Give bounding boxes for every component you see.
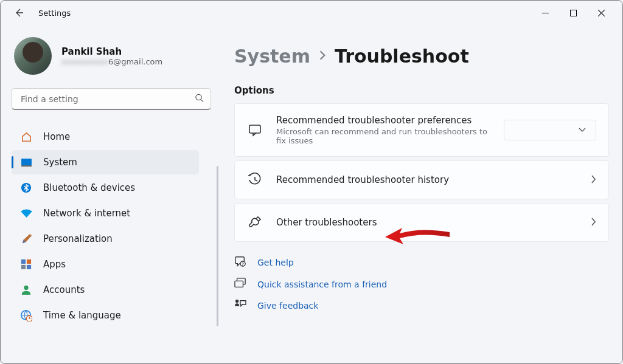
sidebar-item-label: Accounts — [43, 284, 85, 295]
main-content: System Troubleshoot Options Recommended … — [221, 25, 622, 363]
chevron-down-icon — [579, 128, 586, 132]
person-icon — [20, 284, 32, 296]
close-icon — [598, 10, 605, 16]
nav: Home System Bluetooth & devices Network … — [12, 125, 211, 328]
preferences-dropdown[interactable] — [504, 120, 596, 140]
sidebar-item-system[interactable]: System — [12, 150, 199, 174]
bluetooth-icon — [20, 182, 32, 194]
sidebar-scrollbar[interactable] — [217, 166, 218, 326]
profile-email: xxxxxxxxxx6@gmail.com — [61, 57, 162, 66]
sidebar-item-label: Home — [43, 131, 70, 142]
sidebar: Pankil Shah xxxxxxxxxx6@gmail.com Home S… — [1, 25, 221, 363]
svg-line-5 — [201, 100, 203, 102]
sidebar-item-label: Time & language — [43, 310, 121, 321]
svg-point-13 — [24, 286, 28, 290]
chevron-right-icon — [591, 217, 596, 228]
breadcrumb: System Troubleshoot — [234, 46, 609, 67]
sidebar-item-apps[interactable]: Apps — [12, 252, 199, 276]
search-input[interactable] — [12, 88, 211, 110]
svg-rect-11 — [21, 265, 26, 269]
search-container — [12, 88, 211, 110]
section-label: Options — [234, 85, 609, 96]
maximize-icon — [570, 10, 577, 16]
card-title: Other troubleshooters — [276, 217, 577, 228]
svg-point-4 — [196, 94, 201, 100]
link-quick-assist[interactable]: Quick assistance from a friend — [234, 278, 609, 290]
breadcrumb-parent[interactable]: System — [234, 46, 310, 67]
profile-block[interactable]: Pankil Shah xxxxxxxxxx6@gmail.com — [12, 37, 211, 75]
sidebar-item-accounts[interactable]: Accounts — [12, 278, 199, 302]
card-troubleshooter-preferences[interactable]: Recommended troubleshooter preferences M… — [234, 103, 609, 157]
help-links: ? Get help Quick assistance from a frien… — [234, 255, 609, 312]
quick-assist-icon — [234, 278, 248, 290]
help-icon: ? — [234, 255, 248, 269]
card-troubleshooter-history[interactable]: Recommended troubleshooter history — [234, 160, 609, 199]
sidebar-item-label: Network & internet — [43, 208, 130, 219]
sidebar-item-network[interactable]: Network & internet — [12, 201, 199, 225]
chat-bubble-icon — [247, 122, 263, 138]
close-button[interactable] — [587, 3, 615, 22]
sidebar-item-personalization[interactable]: Personalization — [12, 227, 199, 251]
maximize-button[interactable] — [559, 3, 587, 22]
chevron-right-icon — [319, 49, 326, 64]
sidebar-item-home[interactable]: Home — [12, 125, 199, 149]
sidebar-item-label: System — [43, 157, 77, 168]
sidebar-item-time[interactable]: Time & language — [12, 303, 199, 328]
brush-icon — [20, 233, 32, 245]
apps-icon — [20, 258, 32, 270]
back-button[interactable] — [13, 7, 25, 19]
avatar — [14, 37, 52, 75]
svg-rect-20 — [235, 281, 243, 287]
sidebar-item-label: Personalization — [43, 233, 113, 244]
feedback-icon — [234, 299, 248, 312]
history-icon — [247, 172, 263, 188]
svg-rect-16 — [249, 125, 260, 133]
card-title: Recommended troubleshooter preferences — [276, 115, 490, 126]
link-give-feedback[interactable]: Give feedback — [234, 299, 609, 312]
home-icon — [20, 131, 32, 143]
help-link-text: Get help — [257, 258, 294, 267]
wifi-icon — [20, 207, 32, 219]
sidebar-item-bluetooth[interactable]: Bluetooth & devices — [12, 176, 199, 200]
search-icon — [195, 94, 204, 105]
wrench-icon — [247, 215, 263, 230]
svg-rect-10 — [27, 259, 31, 264]
svg-rect-6 — [21, 158, 32, 165]
system-icon — [20, 156, 32, 168]
minimize-button[interactable] — [531, 3, 559, 22]
arrow-left-icon — [14, 8, 24, 18]
svg-rect-12 — [27, 265, 31, 269]
svg-point-21 — [235, 300, 238, 303]
globe-clock-icon — [20, 309, 32, 321]
profile-name: Pankil Shah — [61, 46, 162, 57]
link-get-help[interactable]: ? Get help — [234, 255, 609, 269]
card-title: Recommended troubleshooter history — [276, 174, 577, 185]
help-link-text: Give feedback — [257, 301, 318, 311]
svg-rect-9 — [21, 259, 26, 264]
page-title: Troubleshoot — [335, 46, 469, 67]
sidebar-item-label: Bluetooth & devices — [43, 182, 135, 193]
card-other-troubleshooters[interactable]: Other troubleshooters — [234, 203, 609, 242]
svg-text:?: ? — [242, 262, 244, 266]
chevron-right-icon — [591, 174, 596, 186]
svg-rect-7 — [21, 165, 32, 167]
app-title: Settings — [38, 9, 71, 18]
sidebar-item-label: Apps — [43, 259, 66, 270]
help-link-text: Quick assistance from a friend — [257, 280, 387, 289]
card-subtitle: Microsoft can recommend and run troubles… — [276, 127, 490, 145]
minimize-icon — [542, 10, 549, 16]
svg-rect-1 — [570, 10, 576, 16]
titlebar: Settings — [1, 1, 622, 25]
